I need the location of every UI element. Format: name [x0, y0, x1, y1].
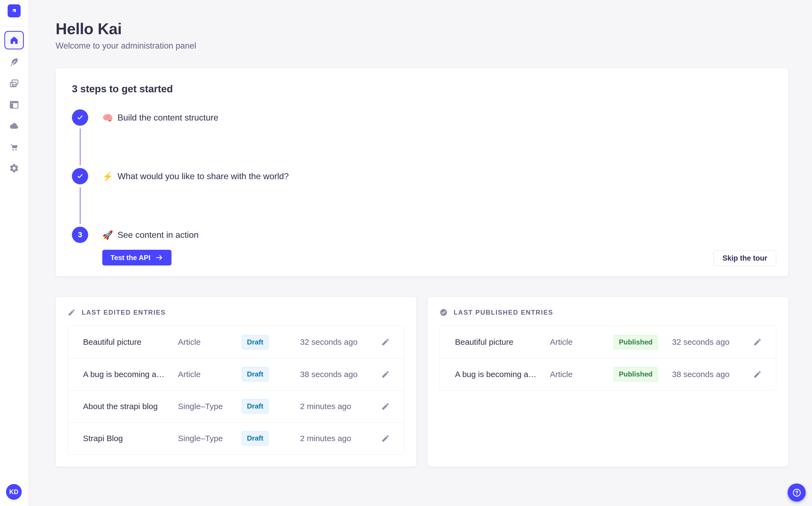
table-row[interactable]: About the strapi blog Single–Type Draft … [68, 390, 404, 422]
step-connector [80, 129, 81, 165]
last-published-header: LAST PUBLISHED ENTRIES [439, 308, 776, 317]
strapi-logo-icon [10, 7, 18, 15]
test-api-button[interactable]: Test the API [102, 250, 172, 265]
check-icon [76, 172, 84, 180]
edit-entry-button[interactable] [380, 337, 391, 347]
rocket-emoji-icon: 🚀 [102, 231, 113, 239]
onboarding-card: 3 steps to get started 🧠 Build the conte… [56, 68, 788, 276]
status-badge: Draft [242, 367, 269, 382]
entry-type: Single–Type [178, 402, 242, 411]
home-icon [9, 35, 19, 45]
status-badge: Published [614, 367, 657, 382]
sidebar-item-content-manager[interactable] [8, 57, 20, 68]
entry-time: 2 minutes ago [300, 402, 380, 411]
edit-entry-button[interactable] [380, 401, 391, 412]
entry-time: 2 minutes ago [300, 434, 380, 443]
strapi-logo[interactable] [8, 4, 21, 17]
onboarding-step-3: 3 🚀 See content in action Test the API [72, 227, 772, 265]
entry-title: Beautiful picture [83, 337, 178, 347]
entry-time: 32 seconds ago [300, 337, 380, 347]
last-edited-table: Beautiful picture Article Draft 32 secon… [68, 326, 404, 454]
arrow-right-icon [155, 254, 163, 262]
entry-time: 38 seconds ago [300, 370, 380, 379]
last-edited-header: LAST EDITED ENTRIES [68, 308, 404, 317]
step-connector [80, 187, 81, 224]
last-published-card: LAST PUBLISHED ENTRIES Beautiful picture… [427, 297, 788, 467]
sidebar-item-cloud[interactable] [8, 120, 20, 132]
entry-title: A bug is becoming a… [455, 370, 550, 379]
question-mark-icon [792, 488, 802, 498]
sidebar-item-media-library[interactable] [8, 78, 20, 89]
entry-type: Article [550, 370, 614, 379]
edit-entry-button[interactable] [380, 433, 391, 444]
help-button[interactable] [788, 484, 806, 502]
step-3-number-circle: 3 [72, 227, 88, 243]
entry-type: Article [178, 337, 242, 347]
brain-emoji-icon: 🧠 [102, 113, 113, 122]
test-api-label: Test the API [110, 254, 150, 262]
onboarding-step-2: ⚡ What would you like to share with the … [72, 168, 772, 227]
sidebar: KD [0, 0, 28, 506]
avatar[interactable]: KD [6, 484, 22, 500]
edit-entry-button[interactable] [752, 369, 763, 380]
edit-entry-button[interactable] [380, 369, 391, 380]
pencil-icon [753, 338, 762, 346]
main-content: Hello Kai Welcome to your administration… [28, 0, 812, 467]
sidebar-item-marketplace[interactable] [8, 142, 20, 153]
table-row[interactable]: Beautiful picture Article Published 32 s… [440, 326, 776, 358]
pencil-icon [381, 402, 390, 411]
onboarding-step-1: 🧠 Build the content structure [72, 109, 772, 168]
sidebar-item-settings[interactable] [8, 163, 20, 174]
feather-icon [9, 57, 19, 68]
table-row[interactable]: Strapi Blog Single–Type Draft 2 minutes … [68, 422, 404, 454]
gear-icon [9, 163, 19, 173]
check-icon [76, 114, 84, 121]
entry-type: Single–Type [178, 434, 242, 443]
entry-title: Beautiful picture [455, 337, 550, 347]
step-2-label: What would you like to share with the wo… [117, 171, 289, 181]
status-badge: Draft [242, 431, 269, 445]
status-badge: Published [614, 335, 657, 349]
check-circle-icon [439, 308, 448, 317]
page-subtitle: Welcome to your administration panel [56, 41, 788, 51]
entry-title: About the strapi blog [83, 402, 178, 411]
pencil-icon [381, 338, 390, 346]
skip-tour-button[interactable]: Skip the tour [714, 250, 776, 266]
status-badge: Draft [242, 399, 269, 413]
cloud-icon [9, 121, 19, 131]
cart-icon [9, 142, 19, 152]
entry-title: Strapi Blog [83, 434, 178, 443]
table-row[interactable]: Beautiful picture Article Draft 32 secon… [68, 326, 404, 358]
page-header: Hello Kai Welcome to your administration… [56, 0, 788, 51]
pencil-icon [68, 308, 76, 317]
layout-icon [9, 100, 19, 110]
step-1-label: Build the content structure [117, 113, 218, 123]
last-published-table: Beautiful picture Article Published 32 s… [439, 326, 776, 390]
entry-type: Article [550, 337, 614, 347]
entries-section: LAST EDITED ENTRIES Beautiful picture Ar… [56, 297, 788, 467]
onboarding-title: 3 steps to get started [72, 83, 772, 95]
pencil-icon [381, 434, 390, 443]
edit-entry-button[interactable] [752, 337, 763, 347]
step-3-label: See content in action [117, 230, 199, 240]
last-edited-title: LAST EDITED ENTRIES [82, 309, 166, 316]
media-pictures-icon [9, 78, 19, 89]
status-badge: Draft [242, 335, 269, 349]
page-title: Hello Kai [56, 19, 788, 38]
entry-time: 32 seconds ago [672, 337, 752, 347]
pencil-icon [381, 370, 390, 379]
sidebar-item-home[interactable] [4, 31, 24, 50]
table-row[interactable]: A bug is becoming a… Article Published 3… [440, 358, 776, 390]
step-2-check-circle [72, 168, 88, 184]
entry-type: Article [178, 370, 242, 379]
last-published-title: LAST PUBLISHED ENTRIES [453, 309, 553, 316]
sidebar-item-content-type-builder[interactable] [8, 99, 20, 110]
table-row[interactable]: A bug is becoming a… Article Draft 38 se… [68, 358, 404, 390]
lightning-emoji-icon: ⚡ [102, 172, 113, 181]
step-1-check-circle [72, 109, 88, 126]
entry-title: A bug is becoming a… [83, 370, 178, 379]
entry-time: 38 seconds ago [672, 370, 752, 379]
last-edited-card: LAST EDITED ENTRIES Beautiful picture Ar… [56, 297, 416, 467]
pencil-icon [753, 370, 762, 379]
